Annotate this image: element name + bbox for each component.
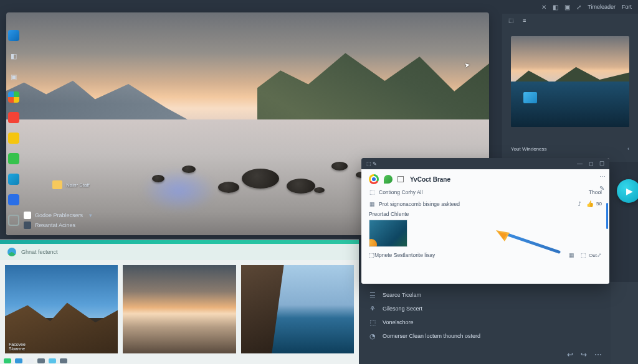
desktop-folder-label: Nainr Staff <box>66 182 90 188</box>
context-item[interactable]: ⬚ Vonelschore <box>369 315 601 329</box>
gallery-tile[interactable] <box>123 265 236 353</box>
popup-footer-row[interactable]: ⬚ Mpnete Sestlantorite lisay ▦ ⬚ Out ⤢ <box>369 252 602 258</box>
option-label: Prot signonacomb bisinge askteed <box>379 201 460 207</box>
folder-icon <box>52 180 62 189</box>
context-item[interactable]: ◔ Oomerser Clean loctem thounch osterd <box>369 329 601 343</box>
more-icon[interactable]: ⋯ <box>594 350 602 359</box>
context-item[interactable]: ⚘ Gilesong Secert <box>369 302 601 315</box>
app-icon-red[interactable] <box>8 112 19 123</box>
popup-more-icon[interactable]: ⋯ <box>599 173 606 180</box>
grid-icon[interactable]: ▦ <box>569 252 574 258</box>
edge-strip <box>611 282 638 364</box>
preview-thumbnail[interactable] <box>511 36 629 127</box>
popup-option-row[interactable]: ⬚ Contiong Corhy All Thool <box>369 189 602 195</box>
browser-tab-title[interactable]: Ghnat fectenct <box>21 249 58 255</box>
context-panel: ☰ Searce Ticelam ⚘ Gilesong Secert ⬚ Von… <box>359 282 611 364</box>
option-label: Contiong Corhy All <box>379 189 422 195</box>
status-bar: ✕ ◧ ▣ ⤢ Timeleader Fort <box>0 0 638 14</box>
gallery-tile[interactable] <box>241 265 354 353</box>
mini-taskbar <box>0 358 137 364</box>
preview-pager[interactable]: ‹ <box>627 146 629 152</box>
panel-icon[interactable]: ≡ <box>523 17 526 24</box>
preview-tile-icon <box>523 92 537 103</box>
leaf-icon <box>384 175 393 184</box>
preview-panel: ⬚ ≡ Yout Windeness ‹ <box>502 14 638 162</box>
context-item-label: Gilesong Secert <box>383 306 422 312</box>
globe-icon <box>7 248 16 256</box>
browser-tab-bar: Ghnat fectenct <box>0 244 359 260</box>
desktop-row-list: Godoe Prablecsers ▾ Resantat Acines <box>24 212 227 229</box>
box-icon: ⬚ <box>369 319 376 326</box>
status-tab-2[interactable]: Fort <box>622 4 632 10</box>
taskbar-icon[interactable] <box>49 358 56 363</box>
popup-scroll-indicator[interactable] <box>606 203 608 229</box>
app-icon-blue[interactable] <box>8 194 19 205</box>
popup-title: YvCoct Brane <box>410 176 450 183</box>
desktop-row[interactable]: Godoe Prablecsers ▾ <box>24 212 227 219</box>
panel-icon[interactable]: ⬚ <box>508 17 514 24</box>
gallery: Facovee Sloarme <box>0 260 359 353</box>
app-icon-generic[interactable]: ◧ <box>8 50 19 62</box>
context-item-label: Searce Ticelam <box>383 292 421 298</box>
app-icon-yellow[interactable] <box>8 133 19 144</box>
taskbar-icon[interactable] <box>4 358 11 363</box>
taskbar-icon[interactable] <box>15 358 22 363</box>
desktop-icon-strip: ◧ ▣ <box>8 30 21 226</box>
context-item-label: Vonelschore <box>383 319 414 325</box>
taskbar-icon[interactable] <box>26 358 34 363</box>
count-label: 50 <box>596 201 602 207</box>
popup-edit-icon[interactable]: ✎ <box>599 185 606 192</box>
taskbar-icon[interactable] <box>37 358 45 363</box>
gallery-tile[interactable]: Facovee Sloarme <box>5 265 118 353</box>
status-indicator: ▣ <box>564 4 570 11</box>
thumbs-up-icon[interactable]: 👍 <box>586 200 594 207</box>
user-icon: ⚘ <box>369 305 376 312</box>
popup-titlebar: ⬚ ✎ — ◻ ☐ <box>361 158 609 169</box>
popup-title-icon <box>398 176 404 182</box>
footer-right-label: Out <box>589 253 597 258</box>
clock-icon: ◔ <box>369 332 376 340</box>
menu-icon: ☰ <box>369 291 376 299</box>
window-minimize-button[interactable]: — <box>577 161 583 167</box>
status-tab-1[interactable]: Timeleader <box>588 4 616 10</box>
preview-caption: Yout Windeness <box>511 146 547 152</box>
context-item-label: Oomerser Clean loctem thounch osterd <box>383 333 480 339</box>
calendar-icon: ▦ <box>369 201 375 207</box>
popup-header: YvCoct Brane <box>369 174 602 184</box>
app-icon-generic[interactable]: ▣ <box>8 71 19 82</box>
popup-option-row[interactable]: ▦ Prot signonacomb bisinge askteed ⤴ 👍 5… <box>369 200 602 207</box>
play-button[interactable] <box>617 179 638 203</box>
footer-label: Mpnete Sestlantorite lisay <box>374 252 435 258</box>
option-icon: ⬚ <box>369 189 375 195</box>
taskbar-icon[interactable] <box>60 358 67 363</box>
expand-icon[interactable]: ⤢ <box>597 252 602 258</box>
row-icon <box>24 222 31 229</box>
popup-thumbnail[interactable] <box>369 220 407 247</box>
popup-window: ⬚ ✎ — ◻ ☐ ⋯ ✎ YvCoct Brane ⬚ Contiong Co… <box>361 158 609 284</box>
out-icon[interactable]: ⬚ <box>581 252 586 258</box>
tile-caption: Facovee Sloarme <box>9 342 26 351</box>
undo-icon[interactable]: ↩ <box>567 350 573 359</box>
app-icon-green[interactable] <box>8 153 19 164</box>
desktop-row[interactable]: Resantat Acines <box>24 222 227 229</box>
app-icon-edge[interactable] <box>8 174 19 185</box>
row-label: Resantat Acines <box>35 222 75 228</box>
browser-window: Ghnat fectenct Facovee Sloarme <box>0 240 359 364</box>
share-icon[interactable]: ⤴ <box>578 201 581 207</box>
footer-icon: ⬚ <box>369 252 374 258</box>
row-label: Godoe Prablecsers <box>35 212 83 218</box>
desktop-folder[interactable]: Nainr Staff <box>52 180 90 189</box>
thumbnail-section-label: Preortad Chlente <box>369 211 602 217</box>
row-icon <box>24 212 31 219</box>
status-indicator: ⤢ <box>576 4 581 11</box>
context-item[interactable]: ☰ Searce Ticelam <box>369 288 601 302</box>
status-indicator: ◧ <box>553 4 558 11</box>
app-icon-photo[interactable] <box>8 30 19 41</box>
status-indicator: ✕ <box>541 4 546 11</box>
app-icon-ring[interactable] <box>8 215 19 226</box>
window-close-button[interactable]: ☐ <box>599 161 604 167</box>
chrome-icon <box>369 174 379 184</box>
redo-icon[interactable]: ↪ <box>581 350 587 359</box>
app-icon-chrome[interactable] <box>8 91 19 103</box>
window-maximize-button[interactable]: ◻ <box>589 161 593 167</box>
